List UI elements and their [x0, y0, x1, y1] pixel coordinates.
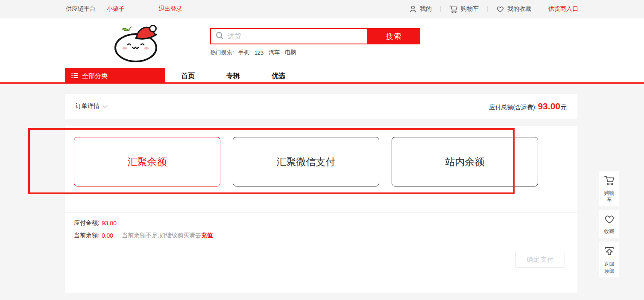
divider [487, 6, 488, 12]
divider [440, 6, 441, 12]
divider [65, 213, 577, 213]
supplier-entry-link[interactable]: 供货商入口 [548, 5, 578, 13]
amount-due-value: 93.00 [102, 220, 117, 227]
header: 搜索 热门搜索: 手机 123 汽车 电脑 [0, 18, 644, 68]
heart-icon [604, 214, 615, 226]
nav-item-home[interactable]: 首页 [165, 68, 211, 84]
topbar: 供应链平台 小栗子 退出登录 我的 购物车 [0, 0, 644, 18]
order-details-dropdown[interactable]: 订单详情 [76, 102, 108, 110]
search-button[interactable]: 搜索 [368, 28, 420, 44]
cart-icon [604, 175, 615, 187]
list-icon [71, 73, 78, 80]
cart-icon [449, 5, 458, 13]
payment-method-huiju-wechat[interactable]: 汇聚微信支付 [233, 137, 379, 186]
balance-warning: 当前余额不足,如继续购买请去 [122, 232, 201, 239]
order-total-amount: 93.00 [538, 101, 560, 111]
recharge-link[interactable]: 充值 [201, 232, 213, 239]
search-box [210, 28, 368, 44]
search-bar: 搜索 [210, 28, 420, 44]
divider [136, 6, 136, 12]
hot-search: 热门搜索: 手机 123 汽车 电脑 [210, 49, 301, 56]
username-link[interactable]: 小栗子 [107, 5, 125, 13]
payment-method-huiju-balance[interactable]: 汇聚余额 [74, 137, 220, 186]
hot-search-term[interactable]: 电脑 [285, 49, 296, 56]
side-cart-button[interactable]: 购物车 [599, 171, 619, 206]
logout-link[interactable]: 退出登录 [158, 5, 182, 13]
floating-side-tools: 购物车 收藏 返回顶部 [599, 171, 619, 281]
side-favorite-button[interactable]: 收藏 [599, 210, 619, 238]
hot-search-term[interactable]: 123 [255, 50, 264, 56]
heart-icon [496, 6, 504, 13]
search-icon [216, 32, 224, 41]
order-total-unit: 元 [561, 104, 567, 111]
order-total: 应付总额(含运费): 93.00 元 [489, 101, 567, 111]
hot-search-term[interactable]: 汽车 [269, 49, 280, 56]
back-to-top-icon [604, 246, 615, 259]
balance-value: 0.00 [102, 232, 113, 239]
amount-due-label: 应付金额: [74, 219, 100, 227]
favorites-link[interactable]: 我的收藏 [496, 5, 531, 13]
all-categories-label: 全部分类 [82, 72, 108, 80]
balance-label: 当前余额: [74, 232, 100, 239]
confirm-pay-button[interactable]: 确定支付 [515, 252, 565, 268]
side-cart-label: 购物车 [603, 189, 615, 203]
payment-summary: 应付金额: 93.00 当前余额: 0.00 当前余额不足,如继续购买请去 充值 [74, 219, 213, 244]
back-to-top-button[interactable]: 返回顶部 [599, 242, 619, 277]
nav-item-featured[interactable]: 优选 [256, 68, 301, 84]
cart-link[interactable]: 购物车 [449, 5, 479, 13]
search-input[interactable] [228, 32, 356, 40]
payment-methods: 汇聚余额 汇聚微信支付 站内余额 [74, 137, 538, 186]
hot-search-label: 热门搜索: [210, 49, 234, 56]
payment-method-site-balance[interactable]: 站内余额 [392, 137, 538, 186]
person-icon [409, 5, 417, 13]
site-logo[interactable] [107, 23, 167, 64]
order-total-label: 应付总额(含运费): [489, 104, 536, 111]
payment-panel: 汇聚余额 汇聚微信支付 站内余额 应付金额: 93.00 当前余额: 0.00 … [65, 126, 577, 293]
navbar: 全部分类 首页 专辑 优选 [0, 68, 644, 84]
hot-search-term[interactable]: 手机 [238, 49, 249, 56]
nav-item-albums[interactable]: 专辑 [211, 68, 256, 84]
chevron-down-icon [102, 103, 108, 110]
my-account-link[interactable]: 我的 [409, 5, 432, 13]
platform-name: 供应链平台 [66, 5, 96, 13]
all-categories-button[interactable]: 全部分类 [65, 68, 165, 84]
page: 供应链平台 小栗子 退出登录 我的 购物车 [0, 0, 644, 300]
back-to-top-label: 返回顶部 [603, 261, 615, 274]
side-favorite-label: 收藏 [603, 228, 615, 235]
order-summary-bar: 订单详情 应付总额(含运费): 93.00 元 [65, 94, 577, 119]
